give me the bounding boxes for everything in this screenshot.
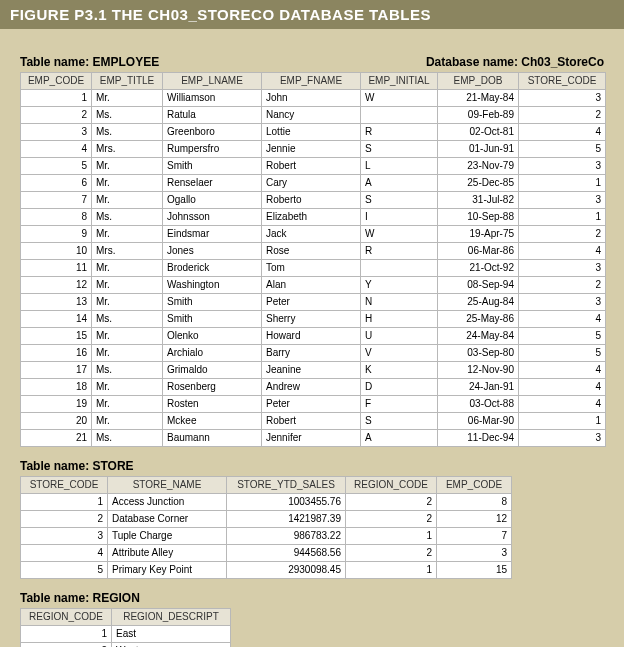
- employee-header-row: Table name: EMPLOYEE Database name: Ch03…: [20, 43, 604, 72]
- table-cell: Mr.: [92, 90, 163, 107]
- table-cell: 4: [21, 141, 92, 158]
- table-cell: Tuple Charge: [108, 528, 227, 545]
- table-cell: V: [361, 345, 438, 362]
- table-cell: Sherry: [262, 311, 361, 328]
- table-row: 7Mr.OgalloRobertoS31-Jul-823: [21, 192, 606, 209]
- database-name-label: Database name: Ch03_StoreCo: [426, 55, 604, 69]
- table-cell: Jack: [262, 226, 361, 243]
- table-row: 1Access Junction1003455.7628: [21, 494, 512, 511]
- table-cell: 11: [21, 260, 92, 277]
- table-cell: Ms.: [92, 430, 163, 447]
- table-cell: Jennie: [262, 141, 361, 158]
- table-row: 21Ms.BaumannJenniferA11-Dec-943: [21, 430, 606, 447]
- table-cell: 2: [519, 277, 606, 294]
- table-cell: 08-Sep-94: [438, 277, 519, 294]
- table-row: 20Mr.MckeeRobertS06-Mar-901: [21, 413, 606, 430]
- table-cell: K: [361, 362, 438, 379]
- table-cell: 19-Apr-75: [438, 226, 519, 243]
- table-cell: 1: [519, 209, 606, 226]
- figure-title-banner: FIGURE P3.1 THE CH03_STORECO DATABASE TA…: [0, 0, 624, 29]
- column-header: STORE_CODE: [21, 477, 108, 494]
- table-cell: 6: [21, 175, 92, 192]
- table-row: 12Mr.WashingtonAlanY08-Sep-942: [21, 277, 606, 294]
- table-cell: Smith: [163, 294, 262, 311]
- column-header: STORE_CODE: [519, 73, 606, 90]
- table-cell: Mr.: [92, 396, 163, 413]
- table-cell: Broderick: [163, 260, 262, 277]
- table-cell: N: [361, 294, 438, 311]
- table-cell: 25-May-86: [438, 311, 519, 328]
- table-cell: Jones: [163, 243, 262, 260]
- table-cell: 4: [21, 545, 108, 562]
- table-row: 5Primary Key Point2930098.45115: [21, 562, 512, 579]
- figure-title: FIGURE P3.1 THE CH03_STORECO DATABASE TA…: [10, 6, 431, 23]
- table-cell: 4: [519, 124, 606, 141]
- column-header: REGION_DESCRIPT: [112, 609, 231, 626]
- table-cell: Mr.: [92, 192, 163, 209]
- table-row: 8Ms.JohnssonElizabethI10-Sep-881: [21, 209, 606, 226]
- table-cell: 7: [437, 528, 512, 545]
- store-table-label: Table name: STORE: [20, 459, 604, 473]
- table-cell: Ms.: [92, 107, 163, 124]
- table-cell: West: [112, 643, 231, 648]
- table-cell: 14: [21, 311, 92, 328]
- column-header: EMP_LNAME: [163, 73, 262, 90]
- table-cell: Ratula: [163, 107, 262, 124]
- table-cell: Lottie: [262, 124, 361, 141]
- table-row: 9Mr.EindsmarJackW19-Apr-752: [21, 226, 606, 243]
- table-cell: 06-Mar-86: [438, 243, 519, 260]
- table-cell: 21-Oct-92: [438, 260, 519, 277]
- table-cell: 9: [21, 226, 92, 243]
- region-table: REGION_CODEREGION_DESCRIPT1East2West: [20, 608, 231, 647]
- table-cell: Jennifer: [262, 430, 361, 447]
- table-cell: Johnsson: [163, 209, 262, 226]
- table-cell: 3: [519, 430, 606, 447]
- table-cell: 02-Oct-81: [438, 124, 519, 141]
- table-row: 1East: [21, 626, 231, 643]
- table-cell: Baumann: [163, 430, 262, 447]
- region-table-label: Table name: REGION: [20, 591, 604, 605]
- table-cell: Rosten: [163, 396, 262, 413]
- table-row: 14Ms.SmithSherryH25-May-864: [21, 311, 606, 328]
- table-cell: Greenboro: [163, 124, 262, 141]
- table-cell: 11-Dec-94: [438, 430, 519, 447]
- table-cell: 2: [346, 494, 437, 511]
- table-row: 6Mr.RenselaerCaryA25-Dec-851: [21, 175, 606, 192]
- table-row: 17Ms.GrimaldoJeanineK12-Nov-904: [21, 362, 606, 379]
- table-row: 19Mr.RostenPeterF03-Oct-884: [21, 396, 606, 413]
- table-cell: 3: [519, 294, 606, 311]
- table-cell: Ms.: [92, 311, 163, 328]
- table-cell: 13: [21, 294, 92, 311]
- column-header: EMP_CODE: [21, 73, 92, 90]
- table-cell: 4: [519, 396, 606, 413]
- table-row: 2Ms.RatulaNancy09-Feb-892: [21, 107, 606, 124]
- table-cell: Robert: [262, 413, 361, 430]
- table-cell: Mr.: [92, 413, 163, 430]
- table-cell: 21-May-84: [438, 90, 519, 107]
- table-row: 18Mr.RosenbergAndrewD24-Jan-914: [21, 379, 606, 396]
- table-cell: Mr.: [92, 379, 163, 396]
- table-cell: Nancy: [262, 107, 361, 124]
- table-row: 4Attribute Alley944568.5623: [21, 545, 512, 562]
- table-cell: Access Junction: [108, 494, 227, 511]
- table-row: 3Tuple Charge986783.2217: [21, 528, 512, 545]
- table-cell: 3: [437, 545, 512, 562]
- column-header: EMP_FNAME: [262, 73, 361, 90]
- table-cell: 12-Nov-90: [438, 362, 519, 379]
- table-row: 3Ms.GreenboroLottieR02-Oct-814: [21, 124, 606, 141]
- table-cell: Peter: [262, 396, 361, 413]
- table-cell: Mr.: [92, 294, 163, 311]
- table-cell: 3: [519, 90, 606, 107]
- table-cell: 2: [346, 545, 437, 562]
- table-cell: 1: [346, 528, 437, 545]
- table-cell: 5: [519, 328, 606, 345]
- table-cell: Andrew: [262, 379, 361, 396]
- table-cell: 1: [21, 494, 108, 511]
- table-cell: Peter: [262, 294, 361, 311]
- table-cell: 19: [21, 396, 92, 413]
- table-cell: Washington: [163, 277, 262, 294]
- column-header: STORE_YTD_SALES: [227, 477, 346, 494]
- table-cell: H: [361, 311, 438, 328]
- table-row: 1Mr.WilliamsonJohnW21-May-843: [21, 90, 606, 107]
- column-header: EMP_CODE: [437, 477, 512, 494]
